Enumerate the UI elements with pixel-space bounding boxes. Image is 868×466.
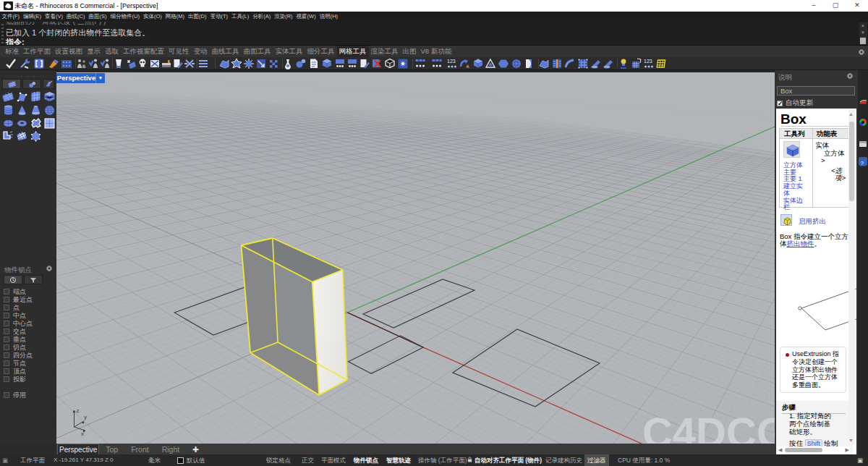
svg-text:x: x	[81, 431, 84, 437]
svg-text:?: ?	[861, 160, 864, 166]
svg-text:y: y	[84, 414, 87, 420]
svg-text:123: 123	[447, 59, 456, 64]
svg-text:z: z	[77, 407, 80, 414]
svg-text:123: 123	[644, 59, 652, 64]
